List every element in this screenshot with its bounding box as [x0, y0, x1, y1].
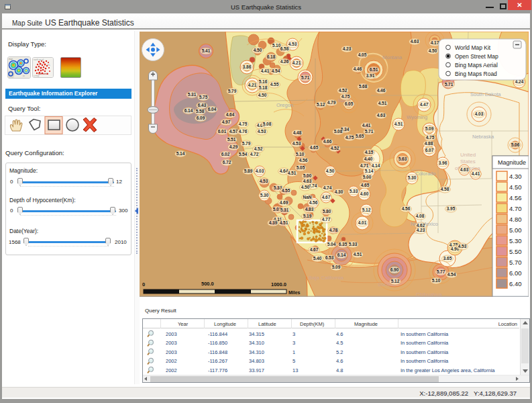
svg-text:6.40: 6.40: [509, 280, 522, 287]
svg-text:4.50: 4.50: [429, 48, 437, 53]
svg-text:6.00: 6.00: [509, 269, 522, 277]
svg-text:4.53: 4.53: [260, 179, 268, 183]
svg-text:4.71: 4.71: [360, 163, 369, 168]
svg-text:4.75: 4.75: [345, 135, 354, 140]
svg-text:United: United: [460, 152, 476, 158]
svg-text:5.09: 5.09: [332, 265, 341, 269]
svg-text:4.65: 4.65: [361, 183, 370, 187]
svg-text:6.43: 6.43: [198, 103, 207, 107]
svg-text:5.14: 5.14: [176, 151, 185, 156]
svg-text:4.21: 4.21: [248, 83, 257, 87]
svg-text:4.63: 4.63: [411, 39, 419, 44]
svg-text:5.80: 5.80: [323, 209, 331, 214]
svg-text:5.71: 5.71: [301, 75, 310, 80]
svg-text:5.10: 5.10: [296, 152, 305, 156]
svg-text:NaN: NaN: [303, 195, 311, 199]
svg-text:4.70: 4.70: [509, 205, 522, 212]
svg-text:4.51: 4.51: [378, 101, 387, 105]
svg-text:4.01: 4.01: [358, 220, 367, 225]
svg-text:4.51: 4.51: [354, 252, 362, 257]
svg-text:4.58: 4.58: [441, 187, 449, 191]
svg-text:0: 0: [142, 281, 145, 287]
svg-text:5.63: 5.63: [398, 156, 407, 161]
svg-text:4.60: 4.60: [360, 191, 369, 196]
svg-text:5.68: 5.68: [359, 84, 368, 89]
svg-text:4.75: 4.75: [426, 135, 435, 140]
svg-text:a map: a map: [34, 75, 40, 77]
svg-text:6.07: 6.07: [425, 148, 434, 152]
svg-text:4.55: 4.55: [282, 188, 290, 193]
svg-text:5.16: 5.16: [259, 79, 268, 84]
svg-text:5.31: 5.31: [280, 208, 289, 212]
svg-text:4.54: 4.54: [447, 272, 456, 277]
svg-text:5.08: 5.08: [263, 122, 272, 126]
svg-text:4.15: 4.15: [365, 150, 374, 154]
svg-text:5.00: 5.00: [303, 173, 312, 178]
svg-text:4.63: 4.63: [377, 113, 386, 118]
svg-text:4.50: 4.50: [258, 93, 267, 97]
svg-text:5.04: 5.04: [327, 242, 336, 247]
svg-text:4.53: 4.53: [258, 129, 266, 134]
svg-text:5.33: 5.33: [349, 242, 358, 247]
svg-text:4.55: 4.55: [270, 82, 279, 87]
svg-text:5.18: 5.18: [259, 85, 268, 90]
svg-text:4.53: 4.53: [292, 141, 301, 146]
svg-text:5.33: 5.33: [350, 189, 358, 193]
svg-text:6.09: 6.09: [197, 116, 205, 120]
svg-text:4.79: 4.79: [327, 100, 336, 105]
svg-text:KL: KL: [48, 64, 50, 66]
svg-text:6.90: 6.90: [390, 267, 399, 272]
svg-text:States: States: [460, 159, 476, 165]
svg-text:4.03: 4.03: [256, 169, 264, 173]
svg-text:4.21: 4.21: [292, 60, 301, 65]
svg-text:3.95: 3.95: [447, 206, 456, 211]
svg-text:4.05: 4.05: [358, 52, 367, 57]
svg-text:4.51: 4.51: [394, 122, 403, 126]
svg-text:Bing Maps Road: Bing Maps Road: [455, 71, 497, 77]
svg-text:3.91: 3.91: [366, 73, 375, 78]
svg-text:Nebraska: Nebraska: [472, 134, 494, 140]
svg-text:4.26: 4.26: [280, 59, 289, 64]
svg-text:4.53: 4.53: [288, 42, 297, 46]
svg-text:earth qu al: earth qu al: [34, 58, 44, 61]
svg-text:4.76: 4.76: [239, 129, 248, 134]
svg-text:4.83: 4.83: [305, 207, 314, 212]
svg-text:5.79: 5.79: [242, 141, 251, 146]
svg-text:cc: cc: [23, 75, 25, 77]
svg-text:Oregon: Oregon: [276, 102, 293, 108]
svg-text:4.56: 4.56: [509, 194, 522, 202]
svg-text:4.78: 4.78: [329, 228, 338, 232]
svg-text:5.31: 5.31: [188, 92, 197, 97]
svg-text:4.39: 4.39: [269, 220, 278, 225]
svg-text:5.08: 5.08: [334, 129, 343, 134]
svg-text:5.30: 5.30: [260, 193, 269, 197]
svg-text:6.53: 6.53: [325, 255, 334, 260]
svg-text:4.30: 4.30: [509, 173, 522, 180]
svg-text:4.41: 4.41: [261, 69, 270, 73]
svg-text:5.06: 5.06: [511, 142, 520, 147]
svg-text:5.70: 5.70: [509, 259, 522, 266]
svg-text:4.69: 4.69: [280, 200, 288, 205]
svg-text:5.12: 5.12: [362, 208, 371, 212]
svg-text:4.41: 4.41: [472, 171, 480, 176]
svg-text:3.96: 3.96: [439, 161, 447, 165]
svg-text:Colorado: Colorado: [415, 171, 435, 177]
svg-text:map: map: [9, 58, 13, 60]
svg-text:4.51: 4.51: [280, 220, 288, 225]
svg-text:4.72: 4.72: [250, 152, 259, 156]
svg-text:4.46: 4.46: [377, 88, 386, 93]
svg-text:Magnitude: Magnitude: [498, 159, 526, 166]
svg-text:5.89: 5.89: [244, 169, 253, 173]
svg-text:5.00: 5.00: [509, 226, 522, 234]
svg-text:Baja California: Baja California: [309, 275, 344, 281]
svg-text:4.67: 4.67: [310, 247, 319, 252]
svg-text:4.97: 4.97: [222, 120, 231, 124]
svg-text:4.54: 4.54: [272, 69, 280, 73]
svg-text:3.86: 3.86: [243, 64, 252, 69]
svg-text:4.17: 4.17: [431, 40, 439, 45]
svg-text:5.54: 5.54: [239, 152, 248, 156]
svg-text:4.66: 4.66: [323, 139, 332, 144]
svg-text:5.79: 5.79: [228, 89, 237, 93]
svg-text:4.75: 4.75: [239, 122, 248, 126]
svg-text:1000.0: 1000.0: [271, 281, 286, 287]
